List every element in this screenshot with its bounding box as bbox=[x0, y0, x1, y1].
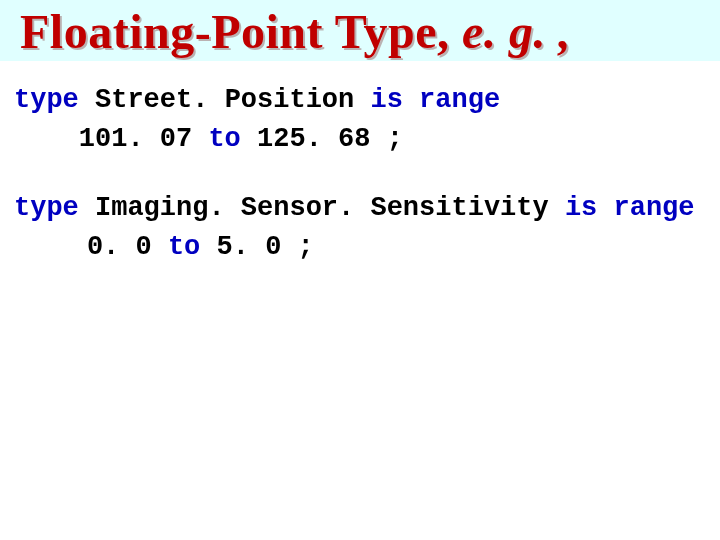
title-main: Floating-Point Type, bbox=[20, 5, 462, 58]
identifier-imaging-sensor-sensitivity: Imaging. Sensor. Sensitivity bbox=[79, 193, 565, 223]
code-line-4: 0. 0 to 5. 0 ; bbox=[14, 228, 706, 267]
keyword-range: range bbox=[614, 193, 695, 223]
keyword-to: to bbox=[208, 124, 240, 154]
code-line-1: type Street. Position is range bbox=[14, 81, 706, 120]
keyword-to: to bbox=[168, 232, 200, 262]
header-band: Floating-Point Type, e. g. , bbox=[0, 0, 720, 61]
identifier-street-position: Street. Position bbox=[79, 85, 371, 115]
literal-low-1: 101. 07 bbox=[79, 124, 209, 154]
code-line-2: 101. 07 to 125. 68 ; bbox=[14, 120, 706, 159]
space bbox=[597, 193, 613, 223]
title-eg: e. g. , bbox=[462, 5, 571, 58]
keyword-is: is bbox=[370, 85, 402, 115]
code-area: type Street. Position is range 101. 07 t… bbox=[0, 61, 720, 268]
keyword-range: range bbox=[419, 85, 500, 115]
keyword-type: type bbox=[14, 193, 79, 223]
space bbox=[403, 85, 419, 115]
literal-high-1: 125. 68 ; bbox=[241, 124, 403, 154]
literal-low-2: 0. 0 bbox=[87, 232, 168, 262]
code-block-2: type Imaging. Sensor. Sensitivity is ran… bbox=[14, 189, 706, 267]
keyword-type: type bbox=[14, 85, 79, 115]
literal-high-2: 5. 0 ; bbox=[200, 232, 313, 262]
keyword-is: is bbox=[565, 193, 597, 223]
code-line-3: type Imaging. Sensor. Sensitivity is ran… bbox=[14, 189, 706, 228]
slide-title: Floating-Point Type, e. g. , bbox=[20, 4, 700, 59]
